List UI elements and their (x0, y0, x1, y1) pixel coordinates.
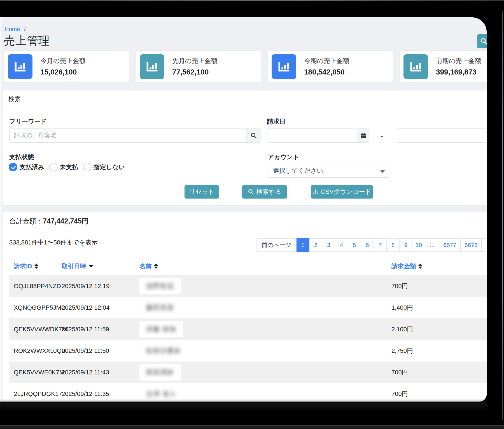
pagination-page-6677[interactable]: 6677 (439, 238, 461, 252)
billing-date-from-group (267, 129, 369, 143)
pagination-page-10[interactable]: 10 (412, 238, 425, 252)
pagination-page-3[interactable]: 3 (322, 238, 335, 252)
table-row[interactable]: QEK5VVWWDK7M2025/09/12 11:59伊藤 智加2,100円 (9, 318, 487, 340)
stat-card: 先月の売上金額77,562,100 (136, 50, 261, 83)
pagination-ellipsis: ... (425, 238, 439, 252)
table-header-cell[interactable]: 名前 (139, 262, 391, 271)
invoice-id-cell: XQNQGGPP5JM0 (9, 304, 62, 311)
freeword-label: フリーワード (9, 117, 47, 126)
pagination-page-5[interactable]: 5 (348, 238, 361, 252)
invoice-amount-cell: 1,400円 (391, 304, 487, 312)
csv-download-button[interactable]: CSVダウンロード (311, 185, 373, 199)
invoice-amount-cell: 700円 (391, 368, 487, 377)
radio-checked-icon[interactable] (9, 163, 17, 171)
stat-card: 前期の売上金額399,169,873 (400, 50, 487, 83)
result-count-info: 333,881件中1〜50件までを表示 (9, 238, 98, 247)
table-row[interactable]: QEK5VVWE0K7M2025/09/12 11:43西垣潤奈700円 (9, 362, 487, 383)
device-bottom-edge (0, 425, 504, 429)
pagination-next[interactable]: 次 (482, 238, 487, 252)
bar-chart-icon (403, 54, 428, 79)
chevron-down-icon (380, 170, 385, 173)
transaction-datetime-cell: 2025/09/12 12:19 (62, 283, 139, 290)
pagination-page-8[interactable]: 8 (387, 238, 400, 252)
freeword-input[interactable] (9, 129, 246, 143)
sort-both-icon (154, 264, 158, 269)
billing-date-to-group (396, 129, 487, 143)
invoice-amount-cell: 700円 (391, 390, 487, 398)
blurred-customer-name: 松村沙重奈 (139, 342, 188, 359)
sort-both-icon (418, 264, 422, 269)
pagination-page-7[interactable]: 7 (374, 238, 387, 252)
blurred-customer-name: 藤田美恵 (139, 299, 181, 316)
table-row[interactable]: ROK2WWXX0JQ02025/09/12 11:50松村沙重奈2,750円 (9, 340, 487, 362)
search-button[interactable]: 検索する (242, 185, 287, 199)
blurred-customer-name: 西垣潤奈 (139, 364, 181, 381)
total-amount-value: 747,442,745円 (43, 217, 89, 225)
stat-cards-row: 今月の売上金額15,026,100先月の売上金額77,562,100今期の売上金… (4, 50, 487, 83)
stat-card-value: 180,542,050 (304, 68, 349, 76)
payment-status-option[interactable]: 指定しない (83, 163, 125, 171)
pagination-page-6[interactable]: 6 (361, 238, 374, 252)
payment-status-option-label: 指定しない (94, 163, 125, 171)
billing-date-to-input[interactable] (396, 129, 487, 143)
transaction-datetime-cell: 2025/09/12 11:35 (62, 390, 139, 398)
radio-unchecked-icon[interactable] (49, 163, 58, 171)
table-header-cell[interactable]: 請求金額 (391, 262, 487, 271)
pagination: 前のページ12345678910...66776678次 (256, 238, 487, 252)
table-header-label: 請求ID (14, 262, 32, 271)
table-header-cell[interactable]: 取引日時 (62, 262, 139, 271)
stat-card: 今期の売上金額180,542,050 (268, 50, 393, 83)
stat-card-value: 77,562,100 (172, 68, 218, 76)
account-select[interactable]: 選択してください (267, 164, 390, 178)
table-row[interactable]: OQJL88PP4NZD2025/09/12 12:19浅野彩花700円 (9, 275, 487, 297)
table-row[interactable]: XQNQGGPP5JM02025/09/12 12:04藤田美恵1,400円 (9, 297, 487, 318)
pagination-page-9[interactable]: 9 (400, 238, 412, 252)
filter-panel-header: 検索 (3, 90, 487, 108)
stat-card-label: 先月の売上金額 (172, 57, 218, 65)
invoice-id-cell: QEK5VVWWDK7M (9, 326, 62, 333)
quick-search-button[interactable] (477, 34, 487, 48)
invoice-amount-cell: 2,750円 (391, 347, 487, 355)
customer-name-cell: 藤田美恵 (139, 299, 391, 316)
transaction-datetime-cell: 2025/09/12 11:43 (62, 369, 139, 376)
search-button-label: 検索する (256, 188, 281, 196)
payment-status-option[interactable]: 支払済み (9, 163, 45, 171)
device-right-edge-highlight (502, 11, 503, 420)
page-title: 売上管理 (4, 33, 50, 48)
pagination-page-6678[interactable]: 6678 (461, 238, 482, 252)
stat-card: 今月の売上金額15,026,100 (4, 50, 129, 83)
payment-status-option[interactable]: 未支払 (49, 163, 78, 171)
sort-both-icon (34, 264, 38, 269)
billing-date-from-addon[interactable] (357, 129, 369, 143)
payment-status-option-label: 未支払 (60, 163, 78, 171)
radio-unchecked-icon[interactable] (83, 163, 92, 171)
app-screen: Home / 売上管理 今月の売上金額15,026,100先月の売上金額77,5… (0, 17, 487, 402)
customer-name-cell: 伊藤 智加 (139, 321, 391, 337)
payment-status-option-label: 支払済み (20, 163, 45, 171)
billing-date-label: 請求日 (267, 117, 286, 126)
pagination-prev[interactable]: 前のページ (256, 238, 297, 252)
reset-button[interactable]: リセット (185, 185, 219, 199)
pagination-page-1[interactable]: 1 (297, 238, 309, 252)
invoice-table: 請求ID取引日時名前請求金額 OQJL88PP4NZD2025/09/12 12… (9, 257, 487, 402)
divider (3, 230, 487, 230)
transaction-datetime-cell: 2025/09/12 12:04 (62, 304, 139, 311)
billing-date-from-input[interactable] (267, 129, 357, 143)
transaction-datetime-cell: 2025/09/12 11:50 (62, 347, 139, 355)
calendar-icon (360, 132, 367, 139)
pagination-page-4[interactable]: 4 (335, 238, 348, 252)
pagination-page-2[interactable]: 2 (309, 238, 322, 252)
table-header-label: 名前 (139, 262, 152, 271)
stat-card-label: 今期の売上金額 (304, 57, 349, 65)
table-body: OQJL88PP4NZD2025/09/12 12:19浅野彩花700円XQNQ… (9, 275, 487, 402)
filter-panel-title: 検索 (8, 95, 21, 103)
breadcrumb-home-link[interactable]: Home (4, 26, 20, 32)
payment-status-radio-group: 支払済み未支払指定しない (9, 163, 125, 171)
table-row[interactable]: 2LJRQQPDGK172025/09/12 11:35北澤 達人700円 (9, 383, 487, 402)
blurred-customer-name: 北澤 達人 (139, 386, 183, 402)
transaction-datetime-cell: 2025/09/12 11:59 (62, 326, 139, 333)
table-header-cell[interactable]: 請求ID (14, 262, 62, 271)
stat-card-label: 前期の売上金額 (436, 57, 481, 65)
freeword-search-addon[interactable] (246, 129, 261, 143)
total-amount-label: 合計金額： (9, 217, 43, 225)
